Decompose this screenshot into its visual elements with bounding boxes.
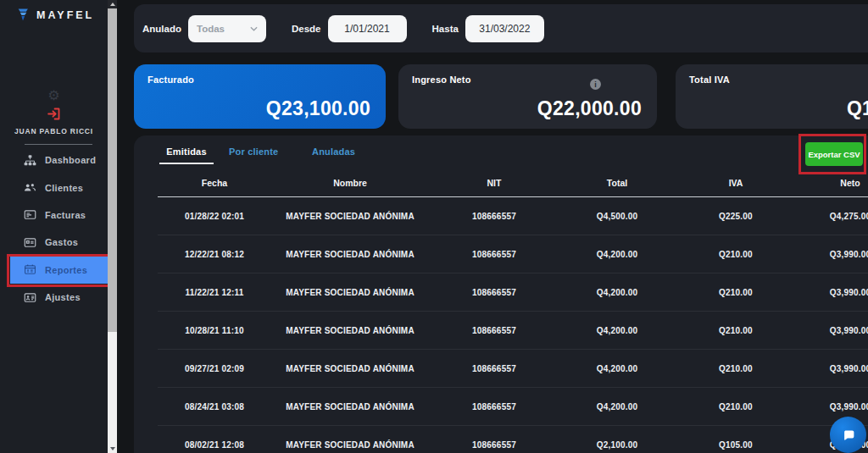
anulado-label: Anulado (142, 24, 181, 34)
cell-neto: Q4,275.00 (797, 212, 868, 221)
cell-total: Q4,500.00 (559, 212, 675, 221)
expense-card-icon (24, 236, 36, 249)
card-ingreso-neto-label: Ingreso Neto (412, 75, 642, 85)
sidebar-item-clientes[interactable]: Clientes (0, 174, 108, 201)
hasta-date-input[interactable]: 31/03/2022 (465, 15, 544, 42)
cell-total: Q4,200.00 (559, 250, 675, 259)
mayfel-logo-icon (17, 8, 29, 22)
cell-iva: Q105.00 (675, 440, 797, 450)
table-header-row: Fecha Nombre NIT Total IVA Neto (158, 173, 868, 197)
cell-total: Q4,200.00 (559, 402, 675, 412)
chat-fab[interactable] (830, 417, 866, 453)
card-facturado[interactable]: Facturado Q23,100.00 (134, 64, 386, 129)
card-facturado-value: Q23,100.00 (147, 97, 370, 120)
sidebar-item-dashboard[interactable]: Dashboard (0, 146, 108, 174)
info-icon[interactable]: i (590, 79, 601, 90)
cell-neto: Q3,990.00 (797, 326, 868, 335)
gear-icon[interactable]: ⚙ (0, 87, 108, 103)
cell-nombre: MAYFER SOCIEDAD ANÓNIMA (271, 288, 429, 297)
cell-fecha: 12/22/21 08:12 (158, 250, 271, 259)
cell-total: Q2,100.00 (559, 440, 675, 450)
cell-total: Q4,200.00 (559, 288, 675, 297)
cell-neto: Q3,990.00 (797, 288, 868, 297)
cell-fecha: 11/22/21 12:11 (158, 288, 271, 297)
sidebar-item-label: Clientes (45, 183, 83, 193)
card-facturado-label: Facturado (147, 75, 370, 85)
scrollbar-up-arrow-icon[interactable] (108, 0, 117, 8)
cell-iva: Q210.00 (675, 402, 797, 412)
card-total-iva-label: Total IVA (689, 75, 868, 85)
tab-por-cliente[interactable]: Por cliente (229, 146, 278, 157)
invoice-card-icon (24, 208, 36, 221)
table-row[interactable]: 12/22/21 08:12 MAYFER SOCIEDAD ANÓNIMA 1… (158, 235, 868, 273)
sidebar-divider (25, 144, 92, 145)
table-row[interactable]: 09/27/21 02:09 MAYFER SOCIEDAD ANÓNIMA 1… (158, 350, 868, 388)
card-ingreso-neto-value: Q22,000.00 (412, 97, 642, 120)
column-header-neto: Neto (797, 173, 868, 196)
cell-total: Q4,200.00 (559, 326, 675, 335)
hasta-label: Hasta (432, 24, 459, 34)
cell-nombre: MAYFER SOCIEDAD ANÓNIMA (271, 364, 429, 373)
cell-nombre: MAYFER SOCIEDAD ANÓNIMA (271, 326, 429, 335)
table-row[interactable]: 11/22/21 12:11 MAYFER SOCIEDAD ANÓNIMA 1… (158, 273, 868, 312)
anulado-select-value: Todas (197, 24, 225, 34)
tab-emitidas[interactable]: Emitidas (159, 146, 214, 164)
cell-iva: Q210.00 (675, 326, 797, 335)
cell-nit: 108666557 (429, 250, 559, 259)
cell-nit: 108666557 (429, 326, 559, 335)
table-body: 01/28/22 02:01 MAYFER SOCIEDAD ANÓNIMA 1… (158, 197, 868, 453)
sidebar-item-label: Ajustes (45, 292, 81, 302)
desde-label: Desde (292, 24, 321, 34)
cell-nit: 108666557 (429, 364, 559, 373)
filter-bar: Anulado Todas Desde 1/01/2021 Hasta 31/0… (134, 4, 868, 52)
table-row[interactable]: 08/02/21 12:08 MAYFER SOCIEDAD ANÓNIMA 1… (158, 426, 868, 453)
chat-bubble-icon (841, 428, 856, 443)
main-content: Anulado Todas Desde 1/01/2021 Hasta 31/0… (117, 0, 868, 453)
report-card-icon (24, 263, 36, 276)
sidebar-item-gastos[interactable]: Gastos (0, 229, 108, 256)
chevron-down-icon (250, 26, 258, 31)
report-panel: Emitidas Por cliente Anuladas Exportar C… (134, 135, 868, 453)
desde-date-input[interactable]: 1/01/2021 (328, 15, 407, 42)
user-name: JUAN PABLO RICCI (0, 127, 108, 135)
cell-fecha: 09/27/21 02:09 (158, 364, 271, 373)
card-total-iva[interactable]: Total IVA Q1,100.00 (676, 64, 868, 129)
column-header-total: Total (559, 173, 675, 196)
tab-anuladas[interactable]: Anuladas (312, 146, 355, 157)
logout-button[interactable] (0, 107, 108, 121)
cell-iva: Q210.00 (675, 288, 797, 297)
id-card-icon (24, 291, 36, 304)
table-row[interactable]: 01/28/22 02:01 MAYFER SOCIEDAD ANÓNIMA 1… (158, 197, 868, 235)
cell-iva: Q210.00 (675, 250, 797, 259)
vertical-scrollbar[interactable] (108, 0, 117, 453)
cell-nombre: MAYFER SOCIEDAD ANÓNIMA (271, 402, 429, 412)
cell-nit: 108666557 (429, 288, 559, 297)
sidebar-item-ajustes[interactable]: Ajustes (0, 284, 108, 311)
cell-nombre: MAYFER SOCIEDAD ANÓNIMA (271, 440, 429, 450)
column-header-iva: IVA (675, 173, 797, 196)
users-icon (24, 181, 36, 194)
scrollbar-down-arrow-icon[interactable] (108, 445, 117, 452)
export-csv-button[interactable]: Exportar CSV (805, 142, 863, 166)
sidebar-item-label: Dashboard (45, 155, 96, 165)
column-header-fecha: Fecha (158, 173, 271, 196)
cell-iva: Q210.00 (675, 364, 797, 373)
column-header-nit: NIT (429, 173, 559, 196)
sidebar-item-facturas[interactable]: Facturas (0, 202, 108, 229)
table-row[interactable]: 10/28/21 11:10 MAYFER SOCIEDAD ANÓNIMA 1… (158, 312, 868, 350)
cell-nombre: MAYFER SOCIEDAD ANÓNIMA (271, 212, 429, 221)
card-ingreso-neto[interactable]: Ingreso Neto i Q22,000.00 (398, 64, 657, 129)
table-row[interactable]: 08/24/21 03:08 MAYFER SOCIEDAD ANÓNIMA 1… (158, 388, 868, 426)
card-total-iva-value: Q1,100.00 (689, 97, 868, 120)
brand-logo: MAYFEL (17, 8, 94, 22)
cell-total: Q4,200.00 (559, 364, 675, 373)
anulado-select[interactable]: Todas (188, 15, 266, 42)
cell-nombre: MAYFER SOCIEDAD ANÓNIMA (271, 250, 429, 259)
sidebar-item-label: Gastos (45, 237, 78, 247)
sidebar-item-label: Reportes (45, 265, 87, 275)
sidebar-item-reportes[interactable]: Reportes (10, 257, 108, 284)
cell-nit: 108666557 (429, 212, 559, 221)
scrollbar-thumb[interactable] (108, 8, 117, 332)
cell-neto: Q3,990.00 (797, 402, 868, 412)
cell-fecha: 10/28/21 11:10 (158, 326, 271, 335)
